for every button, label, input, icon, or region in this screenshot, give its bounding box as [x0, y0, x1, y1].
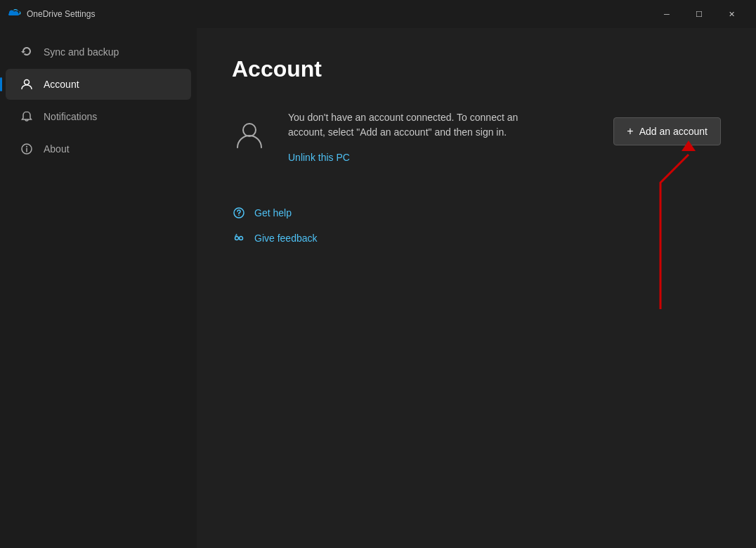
maximize-button[interactable]: ☐	[683, 3, 715, 25]
app-container: Sync and backup Account Notifications	[0, 28, 756, 548]
sidebar-label-notifications: Notifications	[44, 111, 97, 122]
svg-point-8	[240, 237, 243, 240]
sidebar: Sync and backup Account Notifications	[0, 28, 197, 548]
feedback-icon	[232, 231, 246, 245]
minimize-button[interactable]: ─	[651, 3, 683, 25]
sync-icon	[20, 45, 34, 59]
app-icon	[8, 9, 21, 19]
info-icon	[20, 142, 34, 156]
main-content: Account You don't have an account connec…	[197, 28, 756, 548]
sidebar-item-sync-backup[interactable]: Sync and backup	[6, 37, 191, 67]
bell-icon	[20, 110, 34, 124]
give-feedback-label: Give feedback	[254, 233, 318, 244]
sidebar-item-notifications[interactable]: Notifications	[6, 101, 191, 132]
unlink-pc-link[interactable]: Unlink this PC	[288, 152, 350, 163]
titlebar-left: OneDrive Settings	[8, 9, 95, 19]
account-section: You don't have an account connected. To …	[232, 110, 721, 164]
give-feedback-link[interactable]: Give feedback	[232, 231, 721, 245]
sidebar-item-account[interactable]: Account	[6, 69, 191, 100]
get-help-label: Get help	[254, 207, 292, 218]
svg-point-0	[25, 80, 30, 85]
sidebar-label-account: Account	[44, 79, 79, 90]
sidebar-label-sync-backup: Sync and backup	[44, 46, 119, 58]
page-title: Account	[232, 56, 721, 82]
account-description: You don't have an account connected. To …	[288, 110, 534, 140]
svg-point-3	[26, 146, 27, 148]
titlebar-controls: ─ ☐ ✕	[651, 3, 748, 25]
account-avatar	[232, 117, 267, 152]
app-title: OneDrive Settings	[27, 9, 95, 19]
svg-point-4	[243, 124, 256, 136]
close-button[interactable]: ✕	[715, 3, 748, 25]
help-section: Get help Give feedback	[232, 206, 721, 245]
add-account-label: Add an account	[639, 126, 708, 137]
add-account-button[interactable]: + Add an account	[613, 117, 721, 145]
sidebar-item-about[interactable]: About	[6, 133, 191, 164]
titlebar: OneDrive Settings ─ ☐ ✕	[0, 0, 756, 28]
sidebar-label-about: About	[44, 143, 70, 155]
get-help-link[interactable]: Get help	[232, 206, 721, 220]
account-icon	[20, 77, 34, 91]
plus-icon: +	[627, 125, 633, 138]
help-circle-icon	[232, 206, 246, 220]
account-info: You don't have an account connected. To …	[288, 110, 592, 164]
svg-point-6	[238, 215, 240, 216]
